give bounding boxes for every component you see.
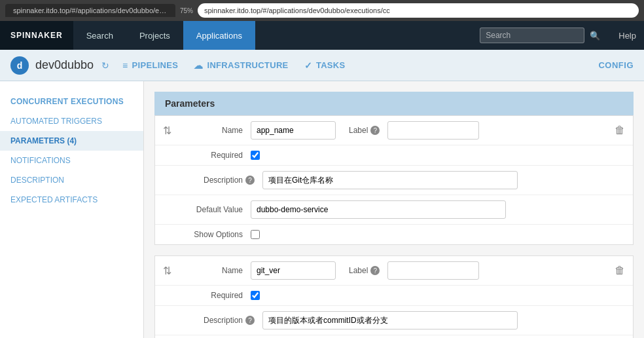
label-help-icon-1[interactable]: ?	[370, 126, 380, 135]
tab-tasks[interactable]: ✓ TASKS	[304, 60, 346, 71]
app-avatar: d	[10, 56, 29, 75]
app-logo: SPINNAKER	[0, 21, 73, 50]
delete-param-1[interactable]: 🗑	[615, 124, 625, 136]
required-label-1: Required	[184, 151, 243, 160]
sidebar-item-automated-triggers[interactable]: AUTOMATED TRIGGERS	[0, 111, 143, 131]
desc-label-with-help-1: Description ?	[184, 176, 255, 185]
param-block-1: ⇅ Name Label ? 🗑 Required	[154, 115, 634, 245]
label-help-icon-2[interactable]: ?	[370, 266, 380, 275]
zoom-level: 75%	[181, 5, 192, 16]
search-icon: 🔍	[590, 31, 600, 41]
nav-item-applications[interactable]: Applications	[183, 21, 255, 50]
param-row-description-1: Description ?	[155, 166, 633, 195]
label-input-1[interactable]	[387, 121, 479, 140]
tasks-icon: ✓	[304, 60, 312, 71]
label-label-1: Label	[349, 126, 368, 135]
required-checkbox-2[interactable]	[251, 291, 260, 300]
app-name: dev0dubbo	[35, 58, 94, 72]
description-input-1[interactable]	[262, 171, 518, 189]
description-label-1: Description	[184, 176, 243, 185]
pipelines-icon: ≡	[122, 60, 128, 71]
tab-infrastructure[interactable]: ☁ INFRASTRUCTURE	[194, 60, 288, 71]
param-row-name-1: ⇅ Name Label ? 🗑	[155, 116, 633, 145]
content-area: Parameters ⇅ Name Label ? 🗑 Required	[144, 81, 644, 338]
browser-tab: spinnaker.itdo.top/#/applications/dev0du…	[5, 4, 175, 17]
param-block-2: ⇅ Name Label ? 🗑 Required	[154, 255, 634, 338]
nav-item-projects[interactable]: Projects	[126, 21, 183, 50]
sidebar-item-description[interactable]: DESCRIPTION	[0, 170, 143, 190]
label-label-2: Label	[349, 266, 368, 275]
param-row-name-2: ⇅ Name Label ? 🗑	[155, 256, 633, 286]
nav-search-input[interactable]	[480, 28, 584, 43]
nav-help: Help	[611, 21, 644, 50]
sidebar-item-expected-artifacts[interactable]: EXPECTED ARTIFACTS	[0, 190, 143, 210]
description-input-2[interactable]	[262, 311, 518, 329]
nav-search: 🔍	[469, 21, 611, 50]
param-row-default-2: Default Value	[155, 335, 633, 338]
sidebar-item-notifications[interactable]: NOTIFICATIONS	[0, 151, 143, 170]
label-with-help-2: Label ?	[344, 266, 380, 275]
required-label-2: Required	[184, 291, 243, 300]
desc-help-icon-2[interactable]: ?	[245, 316, 255, 325]
desc-label-with-help-2: Description ?	[184, 316, 255, 325]
param-row-required-1: Required	[155, 145, 633, 166]
nav-item-search[interactable]: Search	[73, 21, 126, 50]
label-with-help-1: Label ?	[344, 126, 380, 135]
sidebar: CONCURRENT EXECUTIONS AUTOMATED TRIGGERS…	[0, 81, 144, 338]
name-input-1[interactable]	[251, 121, 336, 140]
header-tabs: ≡ PIPELINES ☁ INFRASTRUCTURE ✓ TASKS	[122, 60, 596, 71]
refresh-icon[interactable]: ↻	[101, 60, 109, 71]
parameters-section-header: Parameters	[154, 92, 634, 115]
app-header: d dev0dubbo ↻ ≡ PIPELINES ☁ INFRASTRUCTU…	[0, 50, 644, 81]
app-nav: SPINNAKER Search Projects Applications 🔍…	[0, 21, 644, 50]
showopts-checkbox-1[interactable]	[251, 230, 260, 239]
infrastructure-icon: ☁	[194, 60, 203, 71]
param-row-required-2: Required	[155, 286, 633, 306]
browser-controls: 75%	[181, 5, 192, 16]
showopts-label-1: Show Options	[184, 230, 243, 239]
main-content: CONCURRENT EXECUTIONS AUTOMATED TRIGGERS…	[0, 81, 644, 338]
param-row-description-2: Description ?	[155, 306, 633, 335]
sidebar-item-concurrent-executions[interactable]: CONCURRENT EXECUTIONS	[0, 92, 143, 111]
default-input-1[interactable]	[251, 200, 506, 219]
required-checkbox-1[interactable]	[251, 151, 260, 160]
tab-pipelines[interactable]: ≡ PIPELINES	[122, 60, 178, 71]
sort-handle-1[interactable]: ⇅	[163, 124, 176, 137]
name-input-2[interactable]	[251, 261, 336, 280]
param-row-default-1: Default Value	[155, 195, 633, 225]
desc-help-icon-1[interactable]: ?	[245, 176, 255, 185]
default-label-1: Default Value	[184, 205, 243, 214]
sidebar-item-parameters[interactable]: PARAMETERS (4)	[0, 131, 143, 151]
config-button[interactable]: CONFIG	[598, 60, 634, 70]
sort-handle-2[interactable]: ⇅	[163, 265, 176, 277]
label-input-2[interactable]	[387, 261, 479, 280]
url-bar[interactable]	[198, 3, 639, 18]
delete-param-2[interactable]: 🗑	[615, 265, 625, 276]
param-row-showopts-1: Show Options	[155, 225, 633, 244]
browser-bar: spinnaker.itdo.top/#/applications/dev0du…	[0, 0, 644, 21]
name-label-2: Name	[184, 266, 243, 275]
description-label-2: Description	[184, 316, 243, 325]
name-label-1: Name	[184, 126, 243, 135]
